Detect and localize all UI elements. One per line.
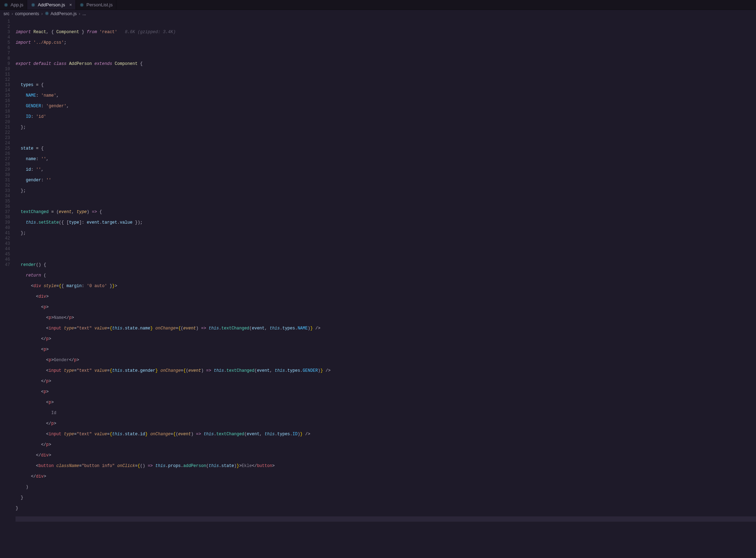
line-number: 35 bbox=[5, 199, 10, 204]
line-number: 30 bbox=[5, 172, 10, 178]
editor-window: App.jsAddPerson.js×PersonList.js src › c… bbox=[0, 0, 756, 558]
line-number: 21 bbox=[5, 125, 10, 130]
svg-point-12 bbox=[47, 13, 47, 14]
line-number: 19 bbox=[5, 114, 10, 120]
tab-addperson-js[interactable]: AddPerson.js× bbox=[27, 0, 76, 10]
line-number: 28 bbox=[5, 162, 10, 167]
line-number: 43 bbox=[5, 241, 10, 247]
line-number: 34 bbox=[5, 194, 10, 199]
line-number: 27 bbox=[5, 157, 10, 162]
react-icon bbox=[4, 2, 8, 7]
line-number: 29 bbox=[5, 167, 10, 172]
chevron-right-icon: › bbox=[41, 11, 43, 16]
line-number: 5 bbox=[5, 40, 10, 46]
line-number: 22 bbox=[5, 130, 10, 135]
breadcrumb-item[interactable]: components bbox=[15, 11, 39, 16]
line-number: 11 bbox=[5, 72, 10, 77]
line-gutter: 1234567891011121314151617181920212223242… bbox=[0, 18, 14, 558]
chevron-right-icon: › bbox=[12, 11, 13, 16]
svg-point-0 bbox=[6, 5, 6, 5]
line-number: 15 bbox=[5, 93, 10, 98]
line-number: 46 bbox=[5, 257, 10, 262]
line-number: 41 bbox=[5, 231, 10, 236]
breadcrumb: src › components › AddPerson.js › ... bbox=[0, 10, 756, 18]
tab-label: App.js bbox=[11, 2, 23, 7]
line-number: 24 bbox=[5, 141, 10, 146]
breadcrumb-item[interactable]: src bbox=[4, 11, 10, 16]
line-number: 44 bbox=[5, 247, 10, 252]
code-editor[interactable]: 1234567891011121314151617181920212223242… bbox=[0, 18, 756, 558]
tab-bar: App.jsAddPerson.js×PersonList.js bbox=[0, 0, 756, 10]
line-number: 33 bbox=[5, 188, 10, 194]
svg-point-8 bbox=[81, 5, 82, 5]
line-number: 42 bbox=[5, 236, 10, 241]
close-icon[interactable]: × bbox=[69, 2, 72, 7]
line-number: 13 bbox=[5, 83, 10, 88]
tab-label: PersonList.js bbox=[86, 2, 112, 7]
line-number: 25 bbox=[5, 146, 10, 151]
breadcrumb-item[interactable]: AddPerson.js bbox=[50, 11, 77, 16]
line-number: 40 bbox=[5, 225, 10, 231]
react-icon bbox=[45, 11, 49, 17]
line-number: 47 bbox=[5, 262, 10, 268]
line-number: 37 bbox=[5, 210, 10, 215]
line-number: 39 bbox=[5, 220, 10, 225]
line-number: 2 bbox=[5, 24, 10, 30]
line-number: 32 bbox=[5, 183, 10, 188]
line-number: 38 bbox=[5, 215, 10, 220]
line-number: 14 bbox=[5, 88, 10, 93]
tab-personlist-js[interactable]: PersonList.js bbox=[76, 0, 116, 10]
line-number: 18 bbox=[5, 109, 10, 114]
react-icon bbox=[79, 2, 84, 7]
line-number: 17 bbox=[5, 104, 10, 109]
react-icon bbox=[31, 2, 36, 7]
line-number: 20 bbox=[5, 120, 10, 125]
line-number: 16 bbox=[5, 98, 10, 104]
line-number: 8 bbox=[5, 56, 10, 61]
tab-label: AddPerson.js bbox=[38, 2, 65, 7]
line-number: 4 bbox=[5, 35, 10, 40]
line-number: 3 bbox=[5, 30, 10, 35]
line-number: 36 bbox=[5, 204, 10, 210]
line-number: 6 bbox=[5, 46, 10, 51]
line-number: 9 bbox=[5, 61, 10, 67]
line-number: 1 bbox=[5, 19, 10, 24]
svg-point-4 bbox=[33, 5, 33, 5]
chevron-right-icon: › bbox=[79, 11, 80, 16]
line-number: 10 bbox=[5, 67, 10, 72]
tab-app-js[interactable]: App.js bbox=[0, 0, 27, 10]
line-number: 23 bbox=[5, 135, 10, 141]
line-number: 26 bbox=[5, 151, 10, 157]
breadcrumb-item[interactable]: ... bbox=[83, 11, 86, 16]
bundle-size-hint: 8.6K (gzipped: 3.4K) bbox=[125, 30, 176, 35]
line-number: 12 bbox=[5, 77, 10, 83]
line-number: 7 bbox=[5, 51, 10, 56]
line-number: 45 bbox=[5, 252, 10, 257]
code-area[interactable]: import React, { Component } from 'react'… bbox=[14, 18, 756, 558]
line-number: 31 bbox=[5, 178, 10, 183]
